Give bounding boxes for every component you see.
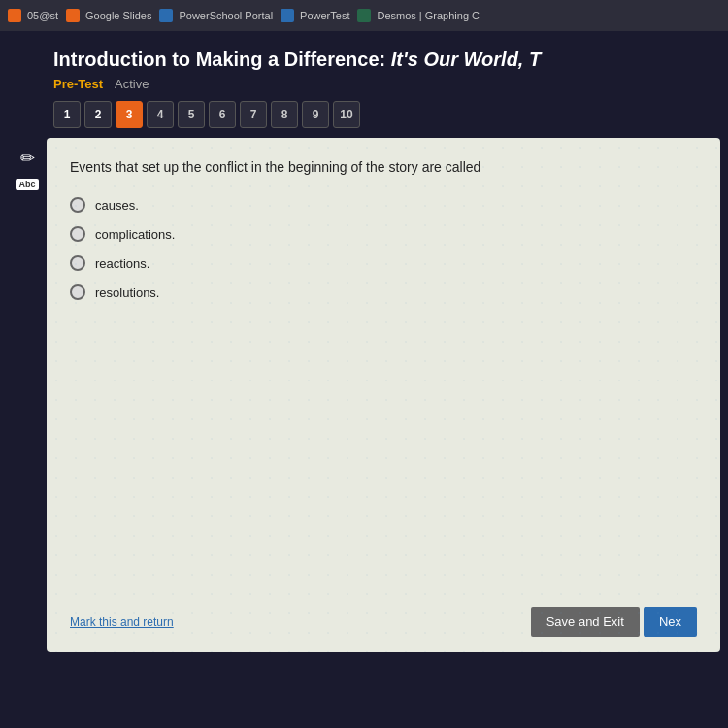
answer-text-opt1: causes.: [95, 198, 139, 213]
page-header: Introduction to Making a Difference: It'…: [0, 31, 728, 138]
page-button-8[interactable]: 8: [271, 101, 298, 128]
page-button-10[interactable]: 10: [333, 101, 360, 128]
radio-circle-opt1: [70, 197, 85, 213]
answer-text-opt4: resolutions.: [95, 285, 159, 300]
tab-powertest[interactable]: PowerTest: [281, 9, 349, 22]
next-button[interactable]: Nex: [644, 607, 697, 637]
answer-option-opt1[interactable]: causes.: [70, 197, 697, 213]
page-title: Introduction to Making a Difference: It'…: [53, 49, 709, 71]
page-button-2[interactable]: 2: [84, 101, 112, 128]
page-button-7[interactable]: 7: [240, 101, 267, 128]
header-subtitle: Pre-Test Active: [53, 77, 709, 91]
page-button-9[interactable]: 9: [302, 101, 329, 128]
card-footer: Mark this and return Save and Exit Nex: [47, 607, 720, 637]
test-label: Pre-Test: [53, 77, 103, 91]
answer-options: causes.complications.reactions.resolutio…: [70, 197, 697, 300]
browser-tab-bar: 05@st Google Slides PowerSchool Portal P…: [0, 0, 728, 31]
page-button-6[interactable]: 6: [209, 101, 236, 128]
answer-option-opt4[interactable]: resolutions.: [70, 284, 697, 300]
tab-label-slides: Google Slides: [85, 10, 152, 21]
status-badge: Active: [115, 77, 149, 91]
content-wrapper: ✏ Abc Events that set up the conflict in…: [8, 138, 720, 652]
answer-text-opt3: reactions.: [95, 256, 149, 271]
pagination-bar: 12345678910: [53, 101, 709, 128]
page-button-5[interactable]: 5: [178, 101, 205, 128]
tab-label-powerschool: PowerSchool Portal: [179, 10, 273, 21]
tab-label-05: 05@st: [27, 10, 58, 21]
page-button-1[interactable]: 1: [53, 101, 81, 128]
tab-desmos[interactable]: Desmos | Graphing C: [357, 9, 480, 22]
tab-icon-05: [8, 9, 21, 22]
tab-icon-slides: [66, 9, 80, 22]
radio-circle-opt4: [70, 284, 85, 300]
radio-circle-opt3: [70, 255, 85, 271]
footer-buttons: Save and Exit Nex: [531, 607, 697, 637]
tab-label-desmos: Desmos | Graphing C: [377, 10, 480, 21]
tab-icon-powertest: [281, 9, 294, 22]
tab-label-powertest: PowerTest: [300, 10, 349, 21]
tab-icon-desmos: [357, 9, 371, 22]
tab-google-slides[interactable]: Google Slides: [66, 9, 152, 22]
answer-option-opt2[interactable]: complications.: [70, 226, 697, 242]
mark-return-link[interactable]: Mark this and return: [70, 615, 174, 629]
tab-icon-powerschool: [159, 9, 173, 22]
answer-option-opt3[interactable]: reactions.: [70, 255, 697, 271]
page-button-3[interactable]: 3: [116, 101, 143, 128]
page-button-4[interactable]: 4: [147, 101, 174, 128]
tab-powerschool[interactable]: PowerSchool Portal: [159, 9, 273, 22]
radio-circle-opt2: [70, 226, 85, 242]
answer-text-opt2: complications.: [95, 227, 175, 242]
sidebar-left: ✏ Abc: [8, 138, 47, 652]
save-exit-button[interactable]: Save and Exit: [531, 607, 640, 637]
abc-badge: Abc: [16, 179, 38, 190]
title-italic: It's Our World, T: [391, 49, 541, 70]
question-card: Events that set up the conflict in the b…: [47, 138, 720, 652]
question-text: Events that set up the conflict in the b…: [70, 157, 697, 178]
tab-05[interactable]: 05@st: [8, 9, 58, 22]
title-plain: Introduction to Making a Difference:: [53, 49, 391, 70]
pencil-icon: ✏: [20, 148, 35, 169]
